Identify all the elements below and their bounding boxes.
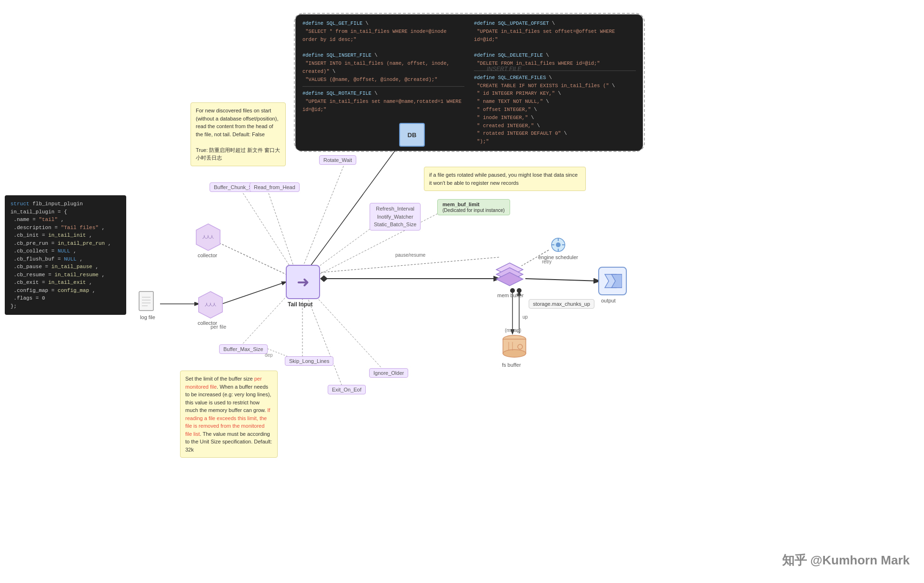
- svg-line-13: [222, 282, 286, 304]
- engine-scheduler-node: engine scheduler: [538, 236, 578, 260]
- svg-line-15: [525, 279, 599, 281]
- collector-bottom-label: collector: [198, 320, 217, 326]
- mem-buffer-label: mem buffer: [497, 292, 523, 298]
- log-file-node: log file: [138, 291, 157, 320]
- collector-bottom-node: 人人人: [198, 291, 223, 321]
- output-node: [598, 267, 627, 295]
- db-node: DB: [399, 118, 425, 147]
- label-up: up: [522, 314, 528, 320]
- svg-text:人人人: 人人人: [202, 235, 214, 239]
- svg-point-45: [556, 242, 561, 247]
- collector-top-node: 人人人: [195, 223, 221, 253]
- svg-point-38: [503, 350, 526, 357]
- code-struct-box: struct flb_input_plugin in_tail_plugin =…: [5, 195, 126, 315]
- label-buffer-max-size: Buffer_Max_Size: [219, 344, 268, 354]
- tail-input-label: Tail Input: [288, 301, 312, 308]
- svg-text:人人人: 人人人: [205, 302, 216, 307]
- svg-line-2: [267, 188, 296, 274]
- fs-buffer-node: [500, 332, 529, 363]
- label-storage-max-chunks: storage.max_chunks_up: [529, 299, 594, 309]
- svg-rect-26: [139, 292, 153, 311]
- mem-buffer-node: [495, 261, 524, 293]
- output-label: output: [601, 298, 616, 303]
- label-insert-file: INSERT FILE: [487, 66, 521, 72]
- label-refresh-group: Refresh_Interval Inotify_Watcher Static_…: [370, 203, 421, 231]
- collector-top-label: collector: [198, 252, 217, 258]
- code-sql-box: #define SQL_GET_FILE \ "SELECT * from in…: [295, 14, 643, 151]
- label-read-from-head: Read_from_Head: [250, 182, 300, 192]
- tail-input-node: ➜: [286, 265, 320, 299]
- label-mem-buf-limit: mem_buf_limit (Dedicated for input insta…: [437, 199, 510, 215]
- svg-line-11: [219, 243, 288, 275]
- note-read-from-head: For new discovered files on start (witho…: [191, 102, 286, 166]
- svg-line-1: [240, 188, 296, 276]
- fs-buffer-label: fs buffer: [502, 362, 521, 368]
- note-rotate-wait: if a file gets rotated while paused, you…: [424, 167, 586, 191]
- watermark: 知乎 @Kumhorn Mark: [782, 552, 910, 569]
- label-rotate-wait: Rotate_Wait: [319, 155, 356, 165]
- note-buffer-max-size: Set the limit of the buffer size per mon…: [180, 371, 278, 458]
- svg-line-19: [321, 257, 499, 272]
- svg-line-3: [303, 161, 346, 267]
- label-pause-resume: pause/resume: [395, 252, 425, 258]
- label-dep: dep: [265, 352, 273, 358]
- svg-marker-21: [320, 275, 328, 282]
- label-ignore-older: Ignore_Older: [369, 368, 408, 378]
- label-exit-on-eof: Exit_On_Eof: [328, 385, 366, 394]
- label-skip-long-lines: Skip_Long_Lines: [285, 356, 333, 366]
